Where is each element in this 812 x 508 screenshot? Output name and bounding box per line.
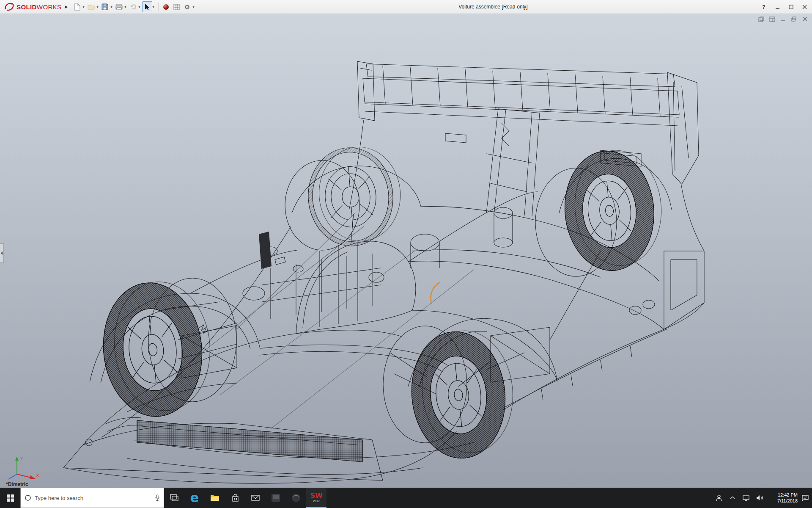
- open-button[interactable]: [86, 1, 96, 12]
- close-button[interactable]: [798, 0, 811, 14]
- action-center-button[interactable]: [798, 488, 812, 508]
- doc-minimize-button[interactable]: [779, 16, 787, 22]
- options-button[interactable]: ⚙: [182, 1, 192, 12]
- undo-button[interactable]: [128, 1, 138, 12]
- new-document-button[interactable]: [72, 1, 82, 12]
- system-tray: 12:42 PM 7/11/2018: [712, 488, 812, 508]
- help-icon: ?: [762, 4, 765, 10]
- task-view-button[interactable]: [164, 488, 184, 508]
- toolbar-separator: [158, 3, 159, 11]
- front-left-wheel: [97, 277, 217, 421]
- design-table-button[interactable]: [172, 1, 182, 12]
- taskbar-app-dark-circle[interactable]: [286, 488, 306, 508]
- dropdown-caret-icon[interactable]: ▾: [96, 5, 98, 9]
- doc-restore-icon: [791, 17, 797, 22]
- help-button[interactable]: ?: [757, 0, 771, 14]
- dark-app-icon: [271, 494, 280, 502]
- doc-restore-button[interactable]: [790, 16, 798, 22]
- appearance-sphere-icon: [163, 4, 169, 10]
- windows-taskbar: e: [0, 488, 812, 508]
- toolbar-flyout-icon[interactable]: ▶: [65, 5, 68, 9]
- search-input[interactable]: [35, 495, 151, 501]
- print-button[interactable]: [114, 1, 124, 12]
- clock-time: 12:42 PM: [766, 492, 798, 498]
- window-controls: ?: [757, 0, 811, 14]
- titlebar: SOLIDWORKS ▶ ▾ ▾ ▾: [0, 0, 812, 14]
- new-window-icon: [758, 17, 764, 22]
- car-body-wireframe: [63, 61, 704, 483]
- taskbar-app-mail[interactable]: [245, 488, 266, 508]
- solidworks-window: SOLIDWORKS ▶ ▾ ▾ ▾: [0, 0, 812, 508]
- solidworks-year-badge: 2017: [313, 500, 320, 502]
- tile-windows-icon: [769, 17, 775, 22]
- save-floppy-icon: [102, 3, 108, 10]
- select-cursor-icon: [145, 3, 150, 10]
- doc-close-icon: [803, 17, 808, 22]
- taskbar-app-edge[interactable]: e: [184, 488, 205, 508]
- mail-icon: [251, 494, 260, 501]
- doc-close-button[interactable]: [801, 16, 809, 22]
- taskbar-clock[interactable]: 12:42 PM 7/11/2018: [766, 492, 798, 504]
- windows-start-icon: [7, 494, 14, 502]
- save-button[interactable]: [100, 1, 110, 12]
- view-orientation-label: *Dimetric: [6, 481, 28, 487]
- app-name: SOLIDWORKS: [16, 3, 62, 11]
- edge-icon: e: [190, 491, 199, 504]
- file-explorer-icon: [210, 494, 219, 502]
- taskbar-search-box[interactable]: [20, 488, 164, 508]
- maximize-button[interactable]: [784, 0, 798, 14]
- dropdown-caret-icon[interactable]: ▾: [82, 5, 84, 9]
- taskbar-app-store[interactable]: [225, 488, 245, 508]
- feature-tree-collapsed-tab[interactable]: [0, 243, 4, 263]
- close-icon: [802, 5, 807, 9]
- rear-left-wheel: [406, 326, 519, 463]
- clock-date: 7/11/2018: [766, 498, 798, 504]
- taskbar-app-solidworks[interactable]: SW 2017: [306, 488, 326, 508]
- x-axis-label: X: [36, 473, 39, 478]
- dropdown-caret-icon[interactable]: ▾: [110, 5, 112, 9]
- ds-logo-icon: [4, 2, 14, 11]
- store-icon: [231, 494, 239, 502]
- new-document-icon: [74, 3, 80, 11]
- dark-circle-app-icon: [291, 493, 301, 502]
- volume-button[interactable]: [753, 488, 766, 508]
- dropdown-caret-icon[interactable]: ▾: [124, 5, 126, 9]
- rear-right-wheel: [560, 146, 667, 274]
- network-icon: [742, 494, 750, 501]
- cortana-icon: [25, 494, 31, 501]
- task-view-icon: [170, 494, 178, 502]
- network-button[interactable]: [739, 488, 753, 508]
- minimize-icon: [775, 5, 780, 9]
- print-icon: [115, 4, 123, 10]
- people-button[interactable]: [712, 488, 726, 508]
- speaker-icon: [756, 494, 763, 501]
- doc-minimize-icon: [781, 17, 786, 22]
- people-icon: [715, 494, 723, 502]
- document-window-controls: [757, 16, 809, 22]
- taskbar-app-dark-square[interactable]: [266, 488, 286, 508]
- action-center-icon: [801, 494, 809, 502]
- doc-tile-button[interactable]: [768, 16, 776, 22]
- hidden-icons-button[interactable]: [726, 488, 739, 508]
- taskbar-app-file-explorer[interactable]: [205, 488, 225, 508]
- graphics-viewport[interactable]: Y X *Dimetric: [0, 14, 812, 488]
- doc-new-window-button[interactable]: [757, 16, 765, 22]
- reference-triad: Y X: [3, 455, 41, 481]
- design-table-icon: [173, 4, 180, 10]
- select-tool-button[interactable]: [142, 1, 152, 12]
- maximize-icon: [789, 5, 793, 9]
- undo-arrow-icon: [130, 4, 137, 10]
- window-title: Voiture assemblee [Read-only]: [458, 4, 527, 10]
- dropdown-caret-icon[interactable]: ▾: [193, 5, 195, 9]
- dropdown-caret-icon[interactable]: ▾: [139, 5, 140, 9]
- wireframe-car-model[interactable]: [0, 14, 812, 488]
- microphone-icon[interactable]: [155, 494, 160, 501]
- start-button[interactable]: [0, 488, 20, 508]
- minimize-button[interactable]: [771, 0, 784, 14]
- highlighted-edge[interactable]: [431, 282, 440, 304]
- solidworks-app-icon: SW: [310, 492, 322, 499]
- standard-toolbar: ▾ ▾ ▾ ▾: [72, 1, 195, 12]
- appearances-button[interactable]: [161, 1, 171, 12]
- chevron-up-icon: [730, 496, 735, 500]
- dropdown-caret-icon[interactable]: ▾: [153, 5, 154, 9]
